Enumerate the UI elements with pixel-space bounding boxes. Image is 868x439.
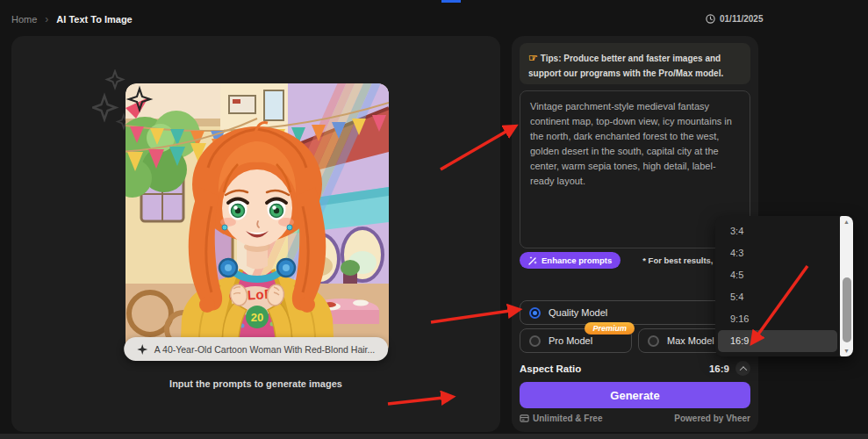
aspect-ratio-dropdown: 3:4 4:3 4:5 5:4 9:16 16:9 ▲ ▼: [715, 216, 853, 356]
aspect-ratio-collapse-button[interactable]: [735, 361, 750, 376]
chevron-right-icon: ›: [45, 13, 48, 25]
pointing-hand-icon: ☞: [528, 52, 538, 64]
scroll-down-icon[interactable]: ▼: [840, 348, 853, 354]
free-badge-icon: [520, 414, 529, 423]
aspect-option-3-4[interactable]: 3:4: [718, 220, 837, 242]
date-label: 01/11/2025: [720, 14, 764, 24]
scroll-up-icon[interactable]: ▲: [840, 219, 853, 225]
enhance-prompts-label: Enhance prompts: [542, 255, 612, 265]
breadcrumb-current: AI Text To Image: [56, 14, 132, 25]
generate-button[interactable]: Generate: [520, 382, 750, 408]
image-caption-pill[interactable]: A 40-Year-Old Cartoon Woman With Red-Blo…: [124, 337, 389, 361]
panel-footer: Unlimited & Free Powered by Vheer: [520, 414, 750, 423]
aspect-option-4-3[interactable]: 4:3: [718, 242, 837, 264]
chevron-up-icon: [739, 366, 746, 373]
shirt-number: 20: [251, 311, 263, 324]
clock-icon: [706, 14, 715, 24]
page-loading-bar: [441, 0, 461, 3]
footer-free-note: Unlimited & Free: [520, 414, 602, 423]
prompt-hint-text: Input the prompts to generate images: [11, 378, 500, 389]
radio-unselected-icon[interactable]: [648, 335, 659, 347]
scrollbar-thumb[interactable]: [843, 277, 851, 342]
pro-model-option[interactable]: Pro Model Premium: [520, 328, 632, 353]
magic-wand-icon: [528, 256, 537, 265]
powered-by-label: Powered by Vheer: [674, 414, 750, 423]
aspect-ratio-options: 3:4 4:3 4:5 5:4 9:16 16:9: [715, 216, 840, 356]
aspect-ratio-row: Aspect Ratio 16:9: [520, 361, 750, 376]
header-date: 01/11/2025: [706, 14, 764, 24]
aspect-option-4-5[interactable]: 4:5: [718, 264, 837, 286]
breadcrumb: Home › AI Text To Image: [11, 13, 133, 25]
preview-panel: ChLoPa 20: [11, 36, 500, 432]
aspect-ratio-value[interactable]: 16:9: [709, 363, 729, 374]
aspect-ratio-label: Aspect Ratio: [520, 363, 709, 374]
aspect-option-16-9[interactable]: 16:9: [718, 330, 837, 352]
image-caption-text: A 40-Year-Old Cartoon Woman With Red-Blo…: [154, 344, 376, 355]
max-model-label: Max Model: [667, 335, 714, 346]
breadcrumb-home-link[interactable]: Home: [11, 14, 37, 25]
enhance-prompts-button[interactable]: Enhance prompts: [520, 252, 621, 269]
tips-banner: ☞Tips: Produce better and faster images …: [520, 43, 750, 84]
generated-image: ChLoPa 20: [126, 83, 389, 356]
radio-unselected-icon[interactable]: [529, 335, 541, 347]
radio-selected-icon[interactable]: [529, 307, 541, 319]
sparkle-icon: [137, 344, 147, 355]
footer-free-label: Unlimited & Free: [533, 414, 602, 423]
app-root: Home › AI Text To Image 01/11/2025: [0, 0, 868, 439]
premium-badge: Premium: [585, 322, 635, 335]
horizontal-scrollbar[interactable]: [0, 434, 868, 439]
tips-text: Tips: Produce better and faster images a…: [528, 54, 723, 78]
aspect-option-9-16[interactable]: 9:16: [718, 308, 837, 330]
dropdown-scrollbar[interactable]: ▲ ▼: [840, 216, 853, 356]
quality-model-label: Quality Model: [549, 307, 607, 318]
pro-model-label: Pro Model: [549, 335, 592, 346]
aspect-option-5-4[interactable]: 5:4: [718, 286, 837, 308]
